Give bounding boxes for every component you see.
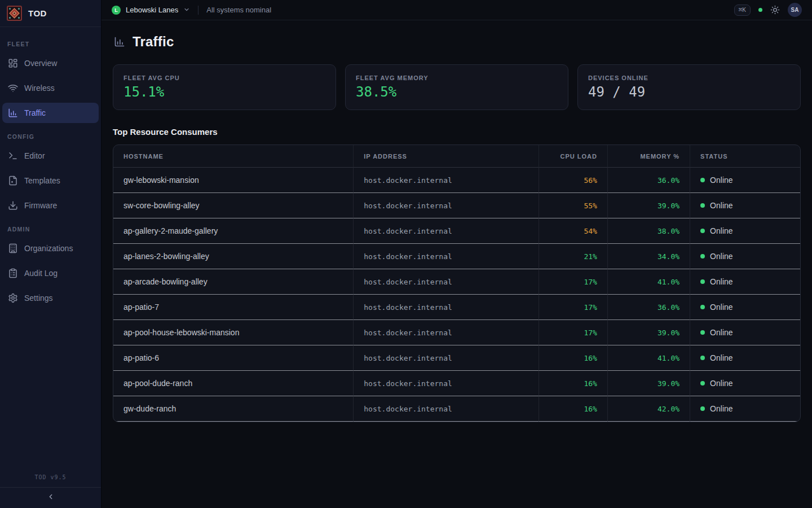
app-logo-icon (7, 6, 22, 21)
sidebar-item-editor[interactable]: Editor (2, 146, 99, 166)
theme-toggle-button[interactable] (770, 5, 780, 15)
stat-label: DEVICES ONLINE (588, 75, 790, 81)
online-status-dot-icon (700, 305, 705, 309)
online-status-dot-icon (700, 406, 705, 411)
topbar: L Lebowski Lanes All systems nominal ⌘K … (102, 0, 812, 20)
memory-cell: 42.0% (608, 396, 690, 422)
gear-icon (8, 293, 18, 303)
sidebar-item-firmware[interactable]: Firmware (2, 195, 99, 216)
top-consumers-table: HOSTNAMEIP ADDRESSCPU LOADMEMORY %STATUS… (113, 144, 801, 422)
table-row[interactable]: ap-patio-7 host.docker.internal 17% 36.0… (113, 295, 800, 320)
online-status-dot-icon (700, 254, 705, 259)
hostname-cell: ap-lanes-2-bowling-alley (113, 244, 354, 269)
table-row[interactable]: gw-lebowski-mansion host.docker.internal… (113, 168, 800, 193)
table-row[interactable]: gw-dude-ranch host.docker.internal 16% 4… (113, 396, 800, 422)
memory-cell: 39.0% (608, 320, 690, 345)
topbar-right: ⌘K SA (734, 3, 802, 17)
download-icon (8, 200, 18, 211)
sidebar-collapse-button[interactable] (0, 487, 101, 508)
cpu-load-cell: 17% (539, 320, 608, 345)
sidebar-item-templates[interactable]: Templates (2, 170, 99, 191)
sidebar-item-audit-log[interactable]: Audit Log (2, 263, 99, 283)
chevron-down-icon (183, 5, 190, 15)
table-row[interactable]: ap-pool-house-lebowski-mansion host.dock… (113, 320, 800, 345)
table-row[interactable]: ap-pool-dude-ranch host.docker.internal … (113, 371, 800, 396)
app-version: TOD v9.5 (0, 468, 101, 487)
ip-address-cell: host.docker.internal (354, 193, 539, 218)
ip-address-cell: host.docker.internal (354, 396, 539, 422)
column-header-cpu-load: CPU LOAD (539, 145, 608, 168)
org-avatar: L (112, 6, 121, 15)
sidebar: TOD FLEETOverviewWirelessTrafficCONFIGEd… (0, 0, 102, 508)
column-header-status: STATUS (690, 145, 800, 168)
cpu-load-cell: 17% (539, 269, 608, 295)
sidebar-footer: TOD v9.5 (0, 468, 101, 508)
online-status-dot-icon (700, 381, 705, 386)
user-avatar[interactable]: SA (788, 3, 802, 17)
memory-cell: 41.0% (608, 345, 690, 371)
stat-value: 38.5% (356, 84, 558, 100)
sidebar-item-label: Organizations (24, 244, 73, 253)
page-title: Traffic (133, 34, 174, 50)
cpu-load-cell: 16% (539, 345, 608, 371)
command-palette-shortcut[interactable]: ⌘K (734, 5, 751, 16)
column-header-memory-: MEMORY % (608, 145, 690, 168)
status-label: Online (710, 252, 732, 261)
stat-card-devices-online: DEVICES ONLINE49 / 49 (577, 64, 801, 110)
org-switcher[interactable]: L Lebowski Lanes (112, 5, 190, 15)
table-row[interactable]: sw-core-bowling-alley host.docker.intern… (113, 193, 800, 218)
table-row[interactable]: ap-patio-6 host.docker.internal 16% 41.0… (113, 345, 800, 371)
nav-section-label-fleet: FLEET (7, 41, 94, 47)
memory-cell: 34.0% (608, 244, 690, 269)
status-cell: Online (690, 396, 800, 422)
nav-section-label-admin: ADMIN (7, 226, 94, 233)
memory-cell: 36.0% (608, 168, 690, 193)
section-heading: Top Resource Consumers (113, 127, 801, 137)
sidebar-item-traffic[interactable]: Traffic (2, 103, 99, 123)
org-name: Lebowski Lanes (126, 6, 178, 14)
status-cell: Online (690, 345, 800, 371)
terminal-icon (8, 151, 18, 161)
sidebar-item-organizations[interactable]: Organizations (2, 238, 99, 259)
status-cell: Online (690, 320, 800, 345)
stat-value: 49 / 49 (588, 84, 790, 100)
online-status-dot-icon (700, 279, 705, 284)
nav-section-label-config: CONFIG (7, 133, 94, 140)
sidebar-item-overview[interactable]: Overview (2, 53, 99, 73)
sidebar-item-wireless[interactable]: Wireless (2, 78, 99, 98)
main-area: L Lebowski Lanes All systems nominal ⌘K … (102, 0, 812, 508)
hostname-cell: gw-lebowski-mansion (113, 168, 354, 193)
table-row[interactable]: ap-gallery-2-maude-gallery host.docker.i… (113, 218, 800, 244)
status-cell: Online (690, 193, 800, 218)
sidebar-item-label: Settings (24, 294, 53, 303)
chevron-left-icon (47, 493, 55, 503)
sidebar-item-label: Editor (24, 151, 45, 160)
hostname-cell: ap-arcade-bowling-alley (113, 269, 354, 295)
status-cell: Online (690, 269, 800, 295)
status-label: Online (710, 201, 732, 210)
status-label: Online (710, 379, 732, 388)
status-cell: Online (690, 168, 800, 193)
cpu-load-cell: 17% (539, 295, 608, 320)
table-header-row: HOSTNAMEIP ADDRESSCPU LOADMEMORY %STATUS (113, 145, 800, 168)
ip-address-cell: host.docker.internal (354, 320, 539, 345)
table-row[interactable]: ap-lanes-2-bowling-alley host.docker.int… (113, 244, 800, 269)
online-status-dot-icon (700, 356, 705, 360)
ip-address-cell: host.docker.internal (354, 269, 539, 295)
clipboard-icon (8, 268, 18, 278)
cpu-load-cell: 55% (539, 193, 608, 218)
status-label: Online (710, 328, 732, 337)
page-title-row: Traffic (113, 34, 801, 50)
status-label: Online (710, 303, 732, 312)
table-row[interactable]: ap-arcade-bowling-alley host.docker.inte… (113, 269, 800, 295)
ip-address-cell: host.docker.internal (354, 218, 539, 244)
cpu-load-cell: 16% (539, 396, 608, 422)
status-label: Online (710, 353, 732, 362)
sidebar-item-label: Traffic (24, 108, 46, 117)
sidebar-item-settings[interactable]: Settings (2, 288, 99, 308)
online-status-dot-icon (700, 229, 705, 233)
cpu-load-cell: 16% (539, 371, 608, 396)
memory-cell: 39.0% (608, 371, 690, 396)
hostname-cell: sw-core-bowling-alley (113, 193, 354, 218)
connection-status-dot (758, 8, 762, 12)
